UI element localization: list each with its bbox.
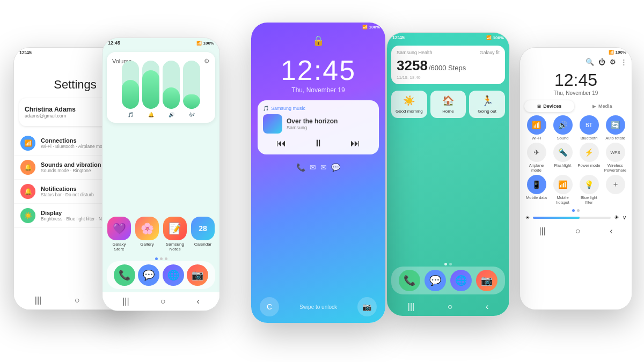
- galaxy-store-icon: 💜: [107, 217, 131, 240]
- settings-time: 12:45: [19, 50, 32, 55]
- panel-settings-icon[interactable]: ⚙: [610, 58, 616, 66]
- tab-media[interactable]: ▶ Media: [577, 100, 627, 112]
- toggle-add[interactable]: ＋: [603, 175, 627, 205]
- slider-notification[interactable]: [163, 61, 180, 109]
- app-calendar[interactable]: 28 Calendar: [191, 217, 215, 252]
- quick-btn-morning[interactable]: ☀️ Good morning: [391, 91, 427, 118]
- music-art: [263, 114, 282, 134]
- dot-1: [155, 257, 158, 260]
- nav-home[interactable]: ○: [75, 295, 80, 305]
- sound-toggle-label: Sound: [557, 136, 569, 141]
- nav-home[interactable]: ○: [160, 297, 166, 306]
- app-gallery[interactable]: 🌸 Gallery: [135, 217, 159, 252]
- lock-call-shortcut[interactable]: C: [260, 297, 279, 316]
- nav-recents[interactable]: |||: [35, 295, 41, 305]
- powermode-toggle-circle: ⚡: [580, 143, 599, 162]
- music-controls: ⏮ ⏸ ⏭: [263, 138, 374, 149]
- notes-label: Samsung Notes: [163, 242, 187, 252]
- nav-recents[interactable]: |||: [122, 297, 129, 306]
- quick-dock-bixby[interactable]: 🌐: [450, 270, 472, 291]
- dock-phone-btn[interactable]: 📞: [114, 264, 135, 286]
- slider-system[interactable]: [183, 61, 200, 109]
- volume-panel: Volume ⚙ 🎵: [107, 52, 215, 123]
- tab-devices[interactable]: ⊞ Devices: [524, 100, 574, 112]
- quick-btn-going-out[interactable]: 🏃 Going out: [469, 91, 505, 118]
- going-out-label: Going out: [478, 109, 496, 114]
- calendar-icon: 28: [191, 217, 215, 240]
- nav-recents[interactable]: |||: [539, 226, 545, 236]
- volume-status-bar: 12:45 📶 100%: [103, 38, 219, 48]
- panel-power-icon[interactable]: ⏻: [598, 58, 605, 66]
- toggle-flashlight[interactable]: 🔦 Flashlight: [551, 143, 575, 173]
- bluelight-toggle-label: Blue light filter: [577, 195, 601, 205]
- quick-dock-messages[interactable]: 💬: [425, 270, 446, 291]
- dock-bixby-btn[interactable]: 🌐: [163, 264, 184, 286]
- panel-search-icon[interactable]: 🔍: [586, 58, 594, 66]
- brightness-fill: [533, 217, 580, 219]
- toggle-hotspot[interactable]: 📶 Mobile hotspot: [551, 175, 575, 205]
- notif-email-icon: ✉: [320, 163, 327, 172]
- volume-gear-icon[interactable]: ⚙: [204, 57, 210, 65]
- quick-signal: 📶 100%: [486, 35, 504, 40]
- app-galaxy-store[interactable]: 💜 Galaxy Store: [107, 217, 131, 252]
- slider-ringtone[interactable]: [142, 61, 159, 109]
- nav-back[interactable]: ‹: [197, 297, 200, 306]
- slider-1-container: 🎵: [122, 61, 139, 117]
- toggle-autorotate[interactable]: 🔄 Auto rotate: [603, 115, 627, 141]
- user-info: Christina Adams adams@gmail.com: [25, 106, 102, 119]
- app-notes[interactable]: 📝 Samsung Notes: [163, 217, 187, 252]
- devices-tab-label: Devices: [543, 104, 561, 109]
- slider-4-container: 🎶: [183, 61, 200, 117]
- nav-home[interactable]: ○: [575, 226, 581, 236]
- wireless-share-toggle-circle: WPS: [606, 143, 625, 162]
- autorotate-toggle-label: Auto rotate: [605, 136, 625, 141]
- music-app-label: Samsung music: [271, 106, 305, 111]
- page-dots: [103, 257, 219, 260]
- home-label: Home: [442, 109, 453, 114]
- music-next-btn[interactable]: ⏭: [350, 138, 360, 149]
- toggle-wireless-share[interactable]: WPS Wireless PowerShare: [603, 143, 627, 173]
- morning-label: Good morning: [396, 109, 423, 114]
- slider-3-container: 🔊: [163, 61, 180, 117]
- health-header: Samsung Health Galaxy fit: [397, 50, 500, 55]
- panel-status-bar: 📶 100%: [520, 48, 632, 57]
- music-prev-btn[interactable]: ⏮: [276, 138, 286, 149]
- toggle-bluetooth[interactable]: BT Bluetooth: [577, 115, 601, 141]
- toggle-airplane[interactable]: ✈ Airplane mode: [524, 143, 548, 173]
- lock-date: Thu, November 19: [251, 86, 385, 94]
- nav-home[interactable]: ○: [448, 302, 453, 312]
- nav-back[interactable]: ‹: [610, 226, 612, 236]
- quick-dock-camera[interactable]: 📷: [476, 270, 497, 291]
- nav-back[interactable]: ‹: [486, 302, 488, 312]
- calendar-label: Calendar: [194, 242, 211, 247]
- calendar-number: 28: [199, 224, 207, 233]
- panel-tabs: ⊞ Devices ▶ Media: [524, 100, 627, 112]
- going-out-icon: 🏃: [481, 95, 493, 107]
- panel-more-icon[interactable]: ⋮: [620, 58, 627, 66]
- airplane-toggle-circle: ✈: [527, 143, 546, 162]
- wifi-toggle-label: Wi-Fi: [532, 136, 541, 141]
- toggle-wifi[interactable]: 📶 Wi-Fi: [524, 115, 548, 141]
- quick-dock-phone[interactable]: 📞: [399, 270, 420, 291]
- music-artist-name: Samsung: [287, 125, 338, 130]
- toggle-bluelight[interactable]: 💡 Blue light filter: [577, 175, 601, 205]
- toggle-powermode[interactable]: ⚡ Power mode: [577, 143, 601, 173]
- panel-signal: 📶 100%: [609, 50, 626, 55]
- panel-dots: [520, 209, 632, 212]
- nav-recents[interactable]: |||: [408, 302, 414, 312]
- bluetooth-toggle-circle: BT: [580, 115, 599, 135]
- lock-camera-shortcut[interactable]: 📷: [357, 297, 377, 316]
- dock-messages-btn[interactable]: 💬: [138, 264, 159, 286]
- user-email: adams@gmail.com: [25, 113, 102, 119]
- quick-btn-home[interactable]: 🏠 Home: [430, 91, 466, 118]
- brightness-expand-icon[interactable]: ∨: [623, 215, 626, 220]
- dock-camera-btn[interactable]: 📷: [187, 264, 208, 286]
- music-pause-btn[interactable]: ⏸: [313, 138, 323, 149]
- health-sync-time: 11/19, 18:40: [397, 75, 500, 80]
- flashlight-toggle-label: Flashlight: [554, 163, 571, 168]
- notes-icon: 📝: [163, 217, 187, 240]
- toggle-sound[interactable]: 🔊 Sound: [551, 115, 575, 141]
- slider-media[interactable]: [122, 61, 139, 109]
- slider-ringtone-icon: 🔔: [148, 112, 154, 117]
- toggle-mobiledata[interactable]: 📱 Mobile data: [524, 175, 548, 205]
